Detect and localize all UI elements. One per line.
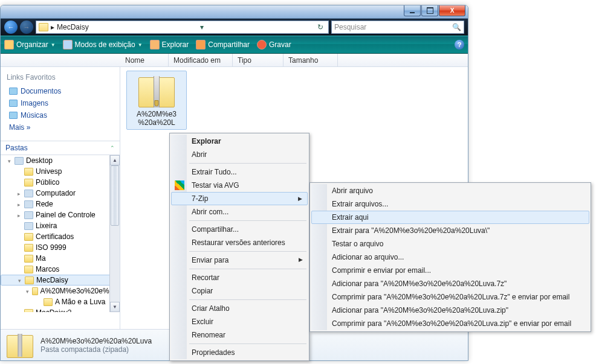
tree-item[interactable]: A Mão e a Luva xyxy=(1,296,120,307)
folder-icon xyxy=(24,233,33,241)
modos-button[interactable]: Modos de exibição▼ xyxy=(63,40,143,49)
explorar-button[interactable]: Explorar xyxy=(150,40,189,49)
context-menu[interactable]: ExplorarAbrirExtrair Tudo...Testar via A… xyxy=(169,133,309,361)
expand-icon[interactable]: ▸ xyxy=(16,212,22,218)
expand-icon[interactable] xyxy=(16,267,22,272)
favorites-more[interactable]: Mais » xyxy=(7,121,114,133)
address-field[interactable]: ▸ MecDaisy ▾ ↻ xyxy=(36,21,329,34)
menu-item[interactable]: Copiar xyxy=(171,284,308,298)
expand-icon[interactable] xyxy=(16,169,22,174)
submenu-item[interactable]: Testar o arquivo xyxy=(311,237,589,251)
address-dropdown[interactable]: ▾ xyxy=(198,23,206,31)
expand-icon[interactable] xyxy=(36,299,41,305)
address-bar: ← → ▸ MecDaisy ▾ ↻ Pesquisar 🔍 xyxy=(1,19,468,36)
menu-item[interactable]: Compartilhar... xyxy=(171,223,308,236)
titlebar[interactable]: X xyxy=(1,5,468,19)
submenu-item[interactable]: Adicionar para "A%20M%e3o%20e%20a%20Luva… xyxy=(311,277,589,290)
menu-separator xyxy=(189,269,306,269)
expand-icon[interactable]: ▾ xyxy=(26,289,30,294)
tree-item[interactable]: Marcos xyxy=(1,264,120,275)
submenu-item[interactable]: Extrair aqui xyxy=(311,211,589,224)
col-modificado[interactable]: Modificado em xyxy=(169,54,233,66)
gravar-button[interactable]: Gravar xyxy=(257,40,291,49)
expand-icon[interactable]: ▸ xyxy=(16,310,22,313)
menu-item[interactable]: Extrair Tudo... xyxy=(171,165,308,179)
tree-item[interactable]: ▾Desktop xyxy=(1,155,120,166)
favorites-item[interactable]: Músicas xyxy=(7,109,114,121)
tree-item[interactable]: ▾A%20M%e3o%20e%20 xyxy=(1,286,120,296)
scroll-up-icon[interactable]: ▲ xyxy=(110,155,120,165)
menu-item[interactable]: Excluir xyxy=(171,315,308,328)
share-icon xyxy=(196,40,206,49)
menu-item[interactable]: Explorar xyxy=(171,135,308,148)
tree-item[interactable]: ▸Painel de Controle xyxy=(1,209,120,220)
forward-button[interactable]: → xyxy=(20,21,33,34)
expand-icon[interactable]: ▸ xyxy=(16,191,22,196)
minimize-button[interactable] xyxy=(404,5,421,16)
submenu-item[interactable]: Extrair arquivos... xyxy=(311,197,589,211)
file-caption: A%20M%e3%20a%20L xyxy=(137,110,177,127)
menu-item[interactable]: Criar Atalho xyxy=(171,302,308,315)
menu-item[interactable]: Renomear xyxy=(171,328,308,342)
expand-icon[interactable] xyxy=(16,180,22,185)
submenu-item[interactable]: Extrair para "A%20M%e3o%20e%20a%20Luva\" xyxy=(311,224,589,237)
compartilhar-button[interactable]: Compartilhar xyxy=(196,40,250,49)
breadcrumb-folder[interactable]: MecDaisy xyxy=(57,23,89,31)
folder-icon xyxy=(9,100,18,107)
folders-heading-toggle[interactable]: Pastas⌃ xyxy=(1,141,120,155)
tree-item[interactable]: Univesp xyxy=(1,166,120,177)
scroll-down-icon[interactable]: ▼ xyxy=(110,302,120,312)
close-button[interactable]: X xyxy=(439,5,465,16)
tree-item[interactable]: ▸Rede xyxy=(1,199,120,209)
organizar-button[interactable]: Organizar▼ xyxy=(4,40,56,49)
back-button[interactable]: ← xyxy=(4,21,18,34)
submenu-item[interactable]: Adicionar ao arquivo... xyxy=(311,251,589,264)
expand-icon[interactable]: ▸ xyxy=(16,202,22,207)
expand-icon[interactable]: ▾ xyxy=(7,158,12,164)
menu-item[interactable]: Restaurar versões anteriores xyxy=(171,236,308,249)
expand-icon[interactable] xyxy=(16,245,22,251)
menu-item[interactable]: Testar via AVG xyxy=(171,179,308,192)
submenu-item[interactable]: Comprimir e enviar por email... xyxy=(311,264,589,277)
col-nome[interactable]: Nome xyxy=(120,54,169,66)
tree-item[interactable]: ISO 9999 xyxy=(1,242,120,253)
submenu-7zip[interactable]: Abrir arquivoExtrair arquivos...Extrair … xyxy=(309,182,591,332)
column-headers: Nome Modificado em Tipo Tamanho xyxy=(1,54,468,67)
submenu-item[interactable]: Abrir arquivo xyxy=(311,184,589,197)
tree-item[interactable]: ▸MecDaisy2 xyxy=(1,307,120,312)
expand-icon[interactable]: ▾ xyxy=(17,278,22,283)
menu-item[interactable]: Abrir com... xyxy=(171,205,308,219)
tree-item-label: Computador xyxy=(36,189,76,197)
tree-item-label: MecDaisy2 xyxy=(36,308,71,312)
col-tipo[interactable]: Tipo xyxy=(233,54,283,66)
tree-scrollbar[interactable]: ▲ ▼ xyxy=(109,155,120,312)
menu-item[interactable]: Propriedades xyxy=(171,346,308,359)
maximize-button[interactable] xyxy=(421,5,438,16)
submenu-item[interactable]: Adicionar para "A%20M%e3o%20e%20a%20Luva… xyxy=(311,304,589,317)
file-zip-item[interactable]: A%20M%e3%20a%20L xyxy=(126,71,187,130)
submenu-item[interactable]: Comprimir para "A%20M%e3o%20e%20a%20Luva… xyxy=(311,290,589,304)
scroll-thumb[interactable] xyxy=(111,165,119,226)
col-tamanho[interactable]: Tamanho xyxy=(283,54,338,66)
menu-item[interactable]: 7-Zip▶ xyxy=(171,192,308,205)
tree-item[interactable]: Lixeira xyxy=(1,220,120,231)
submenu-item[interactable]: Comprimir para "A%20M%e3o%20e%20a%20Luva… xyxy=(311,317,589,330)
search-field[interactable]: Pesquisar 🔍 xyxy=(331,21,464,34)
tree-item[interactable]: ▸Computador xyxy=(1,188,120,199)
tree-item[interactable]: ▾MecDaisy xyxy=(1,275,120,286)
tree-item[interactable]: Público xyxy=(1,177,120,188)
help-button[interactable]: ? xyxy=(455,40,464,49)
menu-item[interactable]: Recortar xyxy=(171,271,308,284)
tree-item[interactable]: Ma xyxy=(1,253,120,264)
expand-icon[interactable] xyxy=(16,223,22,229)
favorites-item[interactable]: Documentos xyxy=(7,85,114,97)
refresh-button[interactable]: ↻ xyxy=(315,23,326,31)
expand-icon[interactable] xyxy=(16,256,22,261)
tree-item[interactable]: Certificados xyxy=(1,231,120,242)
favorites-item[interactable]: Imagens xyxy=(7,97,114,109)
expand-icon[interactable] xyxy=(16,234,22,240)
menu-item[interactable]: Enviar para▶ xyxy=(171,254,308,267)
search-icon[interactable]: 🔍 xyxy=(452,23,461,31)
menu-item[interactable]: Abrir xyxy=(171,148,308,161)
folder-icon xyxy=(24,255,33,263)
